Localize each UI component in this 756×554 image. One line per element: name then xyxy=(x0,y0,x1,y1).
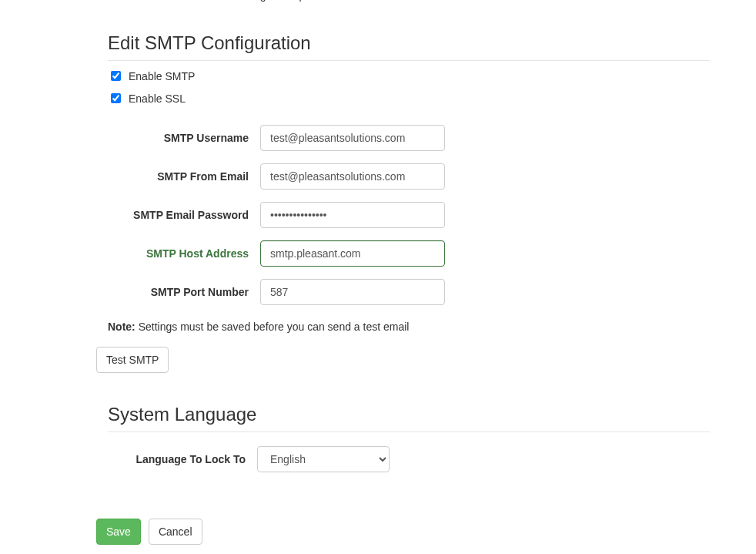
test-smtp-button[interactable]: Test SMTP xyxy=(96,347,169,373)
enable-smtp-label: Enable SMTP xyxy=(129,70,195,82)
smtp-port-row: SMTP Port Number xyxy=(129,279,710,305)
smtp-port-input[interactable] xyxy=(260,279,445,305)
smtp-username-label: SMTP Username xyxy=(129,132,260,144)
enable-ssl-checkbox[interactable] xyxy=(111,93,121,103)
cancel-button[interactable]: Cancel xyxy=(149,519,202,545)
smtp-from-row: SMTP From Email xyxy=(129,163,710,190)
enable-ssl-label: Enable SSL xyxy=(129,92,186,105)
smtp-port-label: SMTP Port Number xyxy=(129,286,260,298)
smtp-host-label: SMTP Host Address xyxy=(129,247,260,260)
smtp-password-row: SMTP Email Password xyxy=(129,202,710,228)
smtp-host-input[interactable] xyxy=(260,240,445,267)
smtp-from-label: SMTP From Email xyxy=(129,170,260,183)
enable-smtp-row: Enable SMTP xyxy=(108,69,710,83)
enable-smtp-checkbox[interactable] xyxy=(111,71,121,81)
smtp-host-row: SMTP Host Address xyxy=(129,240,710,267)
language-section-title: System Language xyxy=(108,404,710,432)
smtp-section-title: Edit SMTP Configuration xyxy=(108,32,710,61)
recommended-hint: Recommended max height: 100px xyxy=(146,0,710,2)
note-text: Settings must be saved before you can se… xyxy=(139,321,410,333)
language-lock-label: Language To Lock To xyxy=(126,453,257,465)
smtp-password-label: SMTP Email Password xyxy=(129,209,260,221)
note-label: Note: xyxy=(108,321,135,333)
smtp-username-row: SMTP Username xyxy=(129,125,710,151)
language-lock-row: Language To Lock To English xyxy=(108,446,710,472)
language-select[interactable]: English xyxy=(257,446,390,472)
save-button[interactable]: Save xyxy=(96,519,141,545)
enable-ssl-row: Enable SSL xyxy=(108,91,710,106)
smtp-username-input[interactable] xyxy=(260,125,445,151)
smtp-password-input[interactable] xyxy=(260,202,445,228)
smtp-note: Note: Settings must be saved before you … xyxy=(108,321,710,333)
smtp-from-input[interactable] xyxy=(260,163,445,190)
